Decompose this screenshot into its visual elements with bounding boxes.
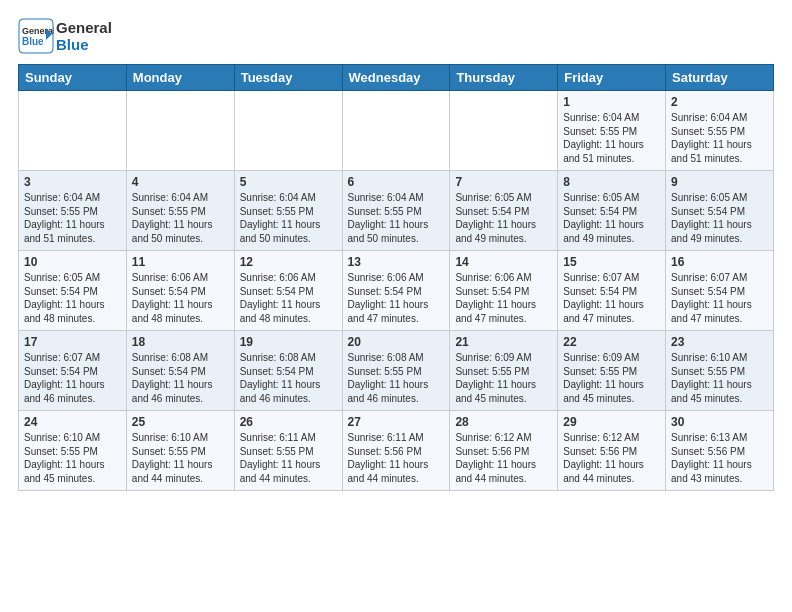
calendar-cell: 30Sunrise: 6:13 AM Sunset: 5:56 PM Dayli… xyxy=(666,411,774,491)
calendar-cell: 17Sunrise: 6:07 AM Sunset: 5:54 PM Dayli… xyxy=(19,331,127,411)
logo: General Blue General Blue xyxy=(18,18,112,54)
cell-info: Sunrise: 6:06 AM Sunset: 5:54 PM Dayligh… xyxy=(348,271,445,325)
header: General Blue General Blue xyxy=(18,18,774,54)
cell-day-number: 17 xyxy=(24,335,121,349)
cell-day-number: 29 xyxy=(563,415,660,429)
cell-day-number: 22 xyxy=(563,335,660,349)
calendar-cell: 19Sunrise: 6:08 AM Sunset: 5:54 PM Dayli… xyxy=(234,331,342,411)
cell-day-number: 3 xyxy=(24,175,121,189)
page: General Blue General Blue SundayMondayTu… xyxy=(0,0,792,501)
cell-day-number: 1 xyxy=(563,95,660,109)
calendar-week-3: 10Sunrise: 6:05 AM Sunset: 5:54 PM Dayli… xyxy=(19,251,774,331)
calendar-cell xyxy=(450,91,558,171)
cell-day-number: 7 xyxy=(455,175,552,189)
cell-info: Sunrise: 6:08 AM Sunset: 5:54 PM Dayligh… xyxy=(240,351,337,405)
calendar-cell: 12Sunrise: 6:06 AM Sunset: 5:54 PM Dayli… xyxy=(234,251,342,331)
calendar-header-wednesday: Wednesday xyxy=(342,65,450,91)
cell-info: Sunrise: 6:04 AM Sunset: 5:55 PM Dayligh… xyxy=(240,191,337,245)
calendar-cell: 1Sunrise: 6:04 AM Sunset: 5:55 PM Daylig… xyxy=(558,91,666,171)
cell-info: Sunrise: 6:12 AM Sunset: 5:56 PM Dayligh… xyxy=(455,431,552,485)
calendar-cell: 13Sunrise: 6:06 AM Sunset: 5:54 PM Dayli… xyxy=(342,251,450,331)
cell-day-number: 2 xyxy=(671,95,768,109)
calendar-header-row: SundayMondayTuesdayWednesdayThursdayFrid… xyxy=(19,65,774,91)
cell-day-number: 8 xyxy=(563,175,660,189)
calendar-header-friday: Friday xyxy=(558,65,666,91)
cell-day-number: 25 xyxy=(132,415,229,429)
calendar-cell: 27Sunrise: 6:11 AM Sunset: 5:56 PM Dayli… xyxy=(342,411,450,491)
cell-day-number: 10 xyxy=(24,255,121,269)
cell-info: Sunrise: 6:05 AM Sunset: 5:54 PM Dayligh… xyxy=(24,271,121,325)
calendar-cell: 5Sunrise: 6:04 AM Sunset: 5:55 PM Daylig… xyxy=(234,171,342,251)
cell-info: Sunrise: 6:06 AM Sunset: 5:54 PM Dayligh… xyxy=(132,271,229,325)
calendar-cell: 8Sunrise: 6:05 AM Sunset: 5:54 PM Daylig… xyxy=(558,171,666,251)
cell-info: Sunrise: 6:10 AM Sunset: 5:55 PM Dayligh… xyxy=(132,431,229,485)
cell-info: Sunrise: 6:05 AM Sunset: 5:54 PM Dayligh… xyxy=(671,191,768,245)
cell-day-number: 13 xyxy=(348,255,445,269)
cell-info: Sunrise: 6:05 AM Sunset: 5:54 PM Dayligh… xyxy=(455,191,552,245)
cell-day-number: 23 xyxy=(671,335,768,349)
calendar-cell: 4Sunrise: 6:04 AM Sunset: 5:55 PM Daylig… xyxy=(126,171,234,251)
cell-info: Sunrise: 6:09 AM Sunset: 5:55 PM Dayligh… xyxy=(455,351,552,405)
cell-day-number: 28 xyxy=(455,415,552,429)
cell-info: Sunrise: 6:06 AM Sunset: 5:54 PM Dayligh… xyxy=(455,271,552,325)
calendar-week-4: 17Sunrise: 6:07 AM Sunset: 5:54 PM Dayli… xyxy=(19,331,774,411)
cell-info: Sunrise: 6:08 AM Sunset: 5:54 PM Dayligh… xyxy=(132,351,229,405)
cell-day-number: 4 xyxy=(132,175,229,189)
cell-day-number: 16 xyxy=(671,255,768,269)
calendar-cell: 21Sunrise: 6:09 AM Sunset: 5:55 PM Dayli… xyxy=(450,331,558,411)
logo-text: General Blue xyxy=(56,19,112,54)
cell-info: Sunrise: 6:10 AM Sunset: 5:55 PM Dayligh… xyxy=(671,351,768,405)
cell-day-number: 11 xyxy=(132,255,229,269)
calendar-cell: 9Sunrise: 6:05 AM Sunset: 5:54 PM Daylig… xyxy=(666,171,774,251)
cell-day-number: 12 xyxy=(240,255,337,269)
calendar-cell: 18Sunrise: 6:08 AM Sunset: 5:54 PM Dayli… xyxy=(126,331,234,411)
cell-day-number: 15 xyxy=(563,255,660,269)
calendar-cell: 25Sunrise: 6:10 AM Sunset: 5:55 PM Dayli… xyxy=(126,411,234,491)
cell-day-number: 19 xyxy=(240,335,337,349)
cell-day-number: 14 xyxy=(455,255,552,269)
calendar-cell: 29Sunrise: 6:12 AM Sunset: 5:56 PM Dayli… xyxy=(558,411,666,491)
calendar-header-sunday: Sunday xyxy=(19,65,127,91)
cell-day-number: 27 xyxy=(348,415,445,429)
calendar-cell: 26Sunrise: 6:11 AM Sunset: 5:55 PM Dayli… xyxy=(234,411,342,491)
calendar-cell xyxy=(342,91,450,171)
calendar-cell: 15Sunrise: 6:07 AM Sunset: 5:54 PM Dayli… xyxy=(558,251,666,331)
calendar-header-thursday: Thursday xyxy=(450,65,558,91)
calendar-cell: 20Sunrise: 6:08 AM Sunset: 5:55 PM Dayli… xyxy=(342,331,450,411)
cell-day-number: 26 xyxy=(240,415,337,429)
calendar-cell: 2Sunrise: 6:04 AM Sunset: 5:55 PM Daylig… xyxy=(666,91,774,171)
calendar-cell: 14Sunrise: 6:06 AM Sunset: 5:54 PM Dayli… xyxy=(450,251,558,331)
cell-info: Sunrise: 6:11 AM Sunset: 5:56 PM Dayligh… xyxy=(348,431,445,485)
cell-info: Sunrise: 6:12 AM Sunset: 5:56 PM Dayligh… xyxy=(563,431,660,485)
calendar-header-saturday: Saturday xyxy=(666,65,774,91)
calendar-cell: 16Sunrise: 6:07 AM Sunset: 5:54 PM Dayli… xyxy=(666,251,774,331)
calendar-cell: 11Sunrise: 6:06 AM Sunset: 5:54 PM Dayli… xyxy=(126,251,234,331)
cell-info: Sunrise: 6:04 AM Sunset: 5:55 PM Dayligh… xyxy=(24,191,121,245)
calendar-week-2: 3Sunrise: 6:04 AM Sunset: 5:55 PM Daylig… xyxy=(19,171,774,251)
calendar-header-monday: Monday xyxy=(126,65,234,91)
cell-info: Sunrise: 6:09 AM Sunset: 5:55 PM Dayligh… xyxy=(563,351,660,405)
cell-info: Sunrise: 6:08 AM Sunset: 5:55 PM Dayligh… xyxy=(348,351,445,405)
cell-day-number: 18 xyxy=(132,335,229,349)
cell-day-number: 6 xyxy=(348,175,445,189)
cell-day-number: 24 xyxy=(24,415,121,429)
calendar-cell: 23Sunrise: 6:10 AM Sunset: 5:55 PM Dayli… xyxy=(666,331,774,411)
cell-info: Sunrise: 6:04 AM Sunset: 5:55 PM Dayligh… xyxy=(348,191,445,245)
cell-info: Sunrise: 6:04 AM Sunset: 5:55 PM Dayligh… xyxy=(563,111,660,165)
cell-info: Sunrise: 6:13 AM Sunset: 5:56 PM Dayligh… xyxy=(671,431,768,485)
cell-info: Sunrise: 6:05 AM Sunset: 5:54 PM Dayligh… xyxy=(563,191,660,245)
calendar-week-5: 24Sunrise: 6:10 AM Sunset: 5:55 PM Dayli… xyxy=(19,411,774,491)
cell-day-number: 20 xyxy=(348,335,445,349)
cell-day-number: 5 xyxy=(240,175,337,189)
cell-info: Sunrise: 6:07 AM Sunset: 5:54 PM Dayligh… xyxy=(563,271,660,325)
calendar-cell: 22Sunrise: 6:09 AM Sunset: 5:55 PM Dayli… xyxy=(558,331,666,411)
calendar-cell: 28Sunrise: 6:12 AM Sunset: 5:56 PM Dayli… xyxy=(450,411,558,491)
calendar-cell xyxy=(126,91,234,171)
cell-info: Sunrise: 6:06 AM Sunset: 5:54 PM Dayligh… xyxy=(240,271,337,325)
cell-day-number: 30 xyxy=(671,415,768,429)
calendar-cell xyxy=(19,91,127,171)
cell-info: Sunrise: 6:07 AM Sunset: 5:54 PM Dayligh… xyxy=(24,351,121,405)
calendar-cell: 10Sunrise: 6:05 AM Sunset: 5:54 PM Dayli… xyxy=(19,251,127,331)
calendar-cell: 3Sunrise: 6:04 AM Sunset: 5:55 PM Daylig… xyxy=(19,171,127,251)
calendar-cell: 7Sunrise: 6:05 AM Sunset: 5:54 PM Daylig… xyxy=(450,171,558,251)
